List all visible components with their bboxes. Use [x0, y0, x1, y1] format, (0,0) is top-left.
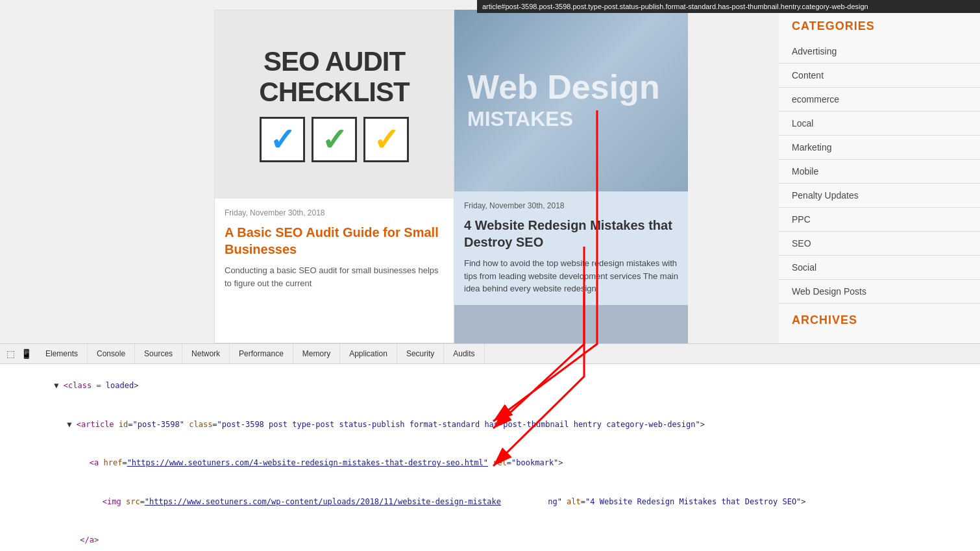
- tab-audits[interactable]: Audits: [444, 344, 484, 363]
- checkbox-yellow: [363, 117, 409, 162]
- article-right-excerpt: Find how to avoid the top website redesi…: [454, 257, 688, 305]
- sidebar-item-web-design-posts[interactable]: Web Design Posts: [779, 280, 980, 304]
- devtools-content: ▼ <class = loaded> ▼ <article id="post-3…: [0, 364, 980, 551]
- checkmark-green-icon: [321, 121, 347, 158]
- element-tooltip: article#post-3598.post-3598.post.type-po…: [477, 0, 980, 13]
- article-left-title[interactable]: A Basic SEO Audit Guide for Small Busine…: [215, 221, 454, 264]
- tooltip-text: article#post-3598.post-3598.post.type-po…: [482, 3, 868, 10]
- device-icon[interactable]: 📱: [21, 349, 31, 359]
- tab-console[interactable]: Console: [88, 344, 135, 363]
- checkboxes-row: [260, 117, 409, 162]
- code-line[interactable]: <a href="https://www.seotuners.com/4-web…: [0, 444, 980, 483]
- article-left-excerpt: Conducting a basic SEO audit for small b…: [215, 264, 454, 289]
- tab-sources[interactable]: Sources: [135, 344, 182, 363]
- tab-application[interactable]: Application: [340, 344, 397, 363]
- sidebar-item-social[interactable]: Social: [779, 256, 980, 280]
- article-right-date: Friday, November 30th, 2018: [454, 191, 688, 214]
- sidebar-item-ppc[interactable]: PPC: [779, 208, 980, 232]
- main-content-area: SEO AUDIT CHECKLIST Friday, November 30t…: [214, 10, 759, 343]
- web-design-title-line1: Web Design: [467, 70, 660, 104]
- devtools-tabs: ⬚ 📱 Elements Console Sources Network Per…: [0, 344, 980, 364]
- sidebar-item-advertising[interactable]: Advertising: [779, 40, 980, 64]
- sidebar-item-marketing[interactable]: Marketing: [779, 136, 980, 160]
- inspect-icon[interactable]: ⬚: [5, 349, 16, 359]
- tab-network[interactable]: Network: [182, 344, 230, 363]
- devtools-icon-group: ⬚ 📱: [0, 349, 36, 359]
- web-design-title-line2: MISTAKES: [467, 107, 660, 131]
- tab-elements[interactable]: Elements: [36, 344, 88, 363]
- tab-performance[interactable]: Performance: [230, 344, 293, 363]
- article-card-right: Web Design MISTAKES Friday, November 30t…: [454, 10, 688, 343]
- article-right-title[interactable]: 4 Website Redesign Mistakes that Destroy…: [454, 214, 688, 257]
- sidebar-item-seo[interactable]: SEO: [779, 232, 980, 256]
- sidebar-item-mobile[interactable]: Mobile: [779, 160, 980, 184]
- archives-title: ARCHIVES: [779, 304, 980, 330]
- checkbox-blue: [260, 117, 305, 162]
- checkmark-yellow-icon: [373, 121, 399, 158]
- web-design-image-text: Web Design MISTAKES: [467, 70, 660, 131]
- code-line[interactable]: </a>: [0, 521, 980, 551]
- checkbox-green: [312, 117, 357, 162]
- seo-audit-image: SEO AUDIT CHECKLIST: [215, 10, 454, 199]
- devtools-panel: ⬚ 📱 Elements Console Sources Network Per…: [0, 343, 980, 551]
- sidebar: CATEGORIES Advertising Content ecommerce…: [779, 10, 980, 343]
- sidebar-item-ecommerce[interactable]: ecommerce: [779, 88, 980, 112]
- article-left-date: Friday, November 30th, 2018: [215, 199, 454, 221]
- sidebar-item-content[interactable]: Content: [779, 64, 980, 88]
- tab-memory[interactable]: Memory: [293, 344, 340, 363]
- seo-audit-title: SEO AUDIT CHECKLIST: [259, 47, 409, 106]
- web-design-image: Web Design MISTAKES: [454, 10, 688, 191]
- checkmark-blue-icon: [269, 121, 295, 158]
- code-line[interactable]: <img src="https://www.seotuners.com/wp-c…: [0, 483, 980, 522]
- sidebar-item-penalty-updates[interactable]: Penalty Updates: [779, 184, 980, 208]
- sidebar-item-local[interactable]: Local: [779, 112, 980, 136]
- code-line[interactable]: ▼ <class = loaded>: [0, 367, 980, 406]
- categories-title: CATEGORIES: [779, 16, 980, 40]
- code-line[interactable]: ▼ <article id="post-3598" class="post-35…: [0, 406, 980, 445]
- article-card-left: SEO AUDIT CHECKLIST Friday, November 30t…: [214, 10, 454, 343]
- tab-security[interactable]: Security: [397, 344, 444, 363]
